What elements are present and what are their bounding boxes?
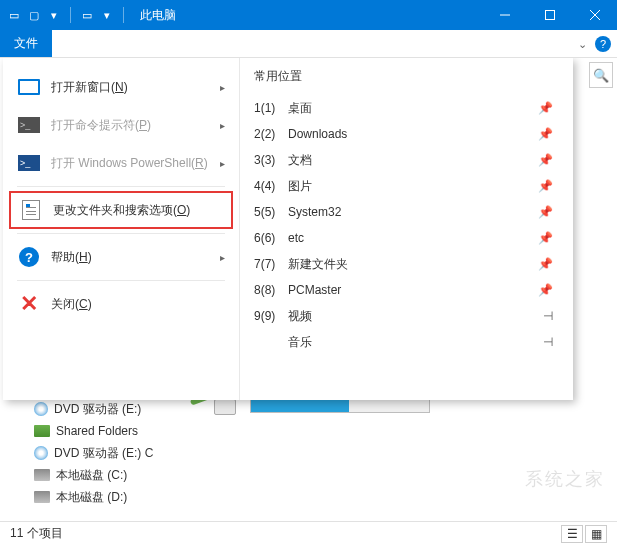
file-menu-left: 打开新窗口(N)▸>_打开命令提示符(P)▸>_打开 Windows Power… <box>3 58 239 400</box>
disk-icon <box>34 469 50 481</box>
minimize-button[interactable] <box>482 0 527 30</box>
frequent-item[interactable]: 5(5)System32📌 <box>254 199 559 225</box>
menu-item-label: 打开新窗口(N) <box>51 79 128 96</box>
menu-item-window[interactable]: 打开新窗口(N)▸ <box>9 68 233 106</box>
separator <box>123 7 124 23</box>
frequent-item[interactable]: 8(8)PCMaster📌 <box>254 277 559 303</box>
frequent-num: 9(9) <box>254 309 288 323</box>
chevron-right-icon: ▸ <box>220 120 225 131</box>
frequent-item[interactable]: 1(1)桌面📌 <box>254 95 559 121</box>
frequent-item[interactable]: 2(2)Downloads📌 <box>254 121 559 147</box>
options-icon <box>19 200 43 220</box>
dropdown-icon[interactable]: ▾ <box>99 7 115 23</box>
frequent-label: etc <box>288 231 304 245</box>
file-menu-right: 常用位置 1(1)桌面📌2(2)Downloads📌3(3)文档📌4(4)图片📌… <box>239 58 573 400</box>
watermark: 系统之家 <box>525 467 605 491</box>
frequent-label: 桌面 <box>288 100 312 117</box>
maximize-button[interactable] <box>527 0 572 30</box>
svg-rect-1 <box>545 11 554 20</box>
help-icon[interactable]: ? <box>595 36 611 52</box>
pin-icon[interactable]: 📌 <box>538 205 553 219</box>
content-area: 🔍 打开新窗口(N)▸>_打开命令提示符(P)▸>_打开 Windows Pow… <box>0 58 617 521</box>
properties-icon[interactable]: ▢ <box>26 7 42 23</box>
window-controls <box>482 0 617 30</box>
tree-label: DVD 驱动器 (E:) <box>54 401 141 418</box>
pin-icon[interactable]: 📌 <box>538 257 553 271</box>
details-view-button[interactable]: ☰ <box>561 525 583 543</box>
frequent-item[interactable]: 3(3)文档📌 <box>254 147 559 173</box>
menu-item-label: 关闭(C) <box>51 296 92 313</box>
chevron-right-icon: ▸ <box>220 252 225 263</box>
sf-icon <box>34 425 50 437</box>
dvd-icon <box>34 446 48 460</box>
pin-icon[interactable]: 📌 <box>538 231 553 245</box>
quick-access-toolbar: ▭ ▢ ▾ ▭ ▾ <box>0 7 134 23</box>
search-icon: 🔍 <box>593 68 609 83</box>
frequent-label: 图片 <box>288 178 312 195</box>
folder-icon: ▭ <box>6 7 22 23</box>
window-icon <box>17 77 41 97</box>
computer-icon: ▭ <box>79 7 95 23</box>
dvd-icon <box>34 402 48 416</box>
frequent-num: 8(8) <box>254 283 288 297</box>
pin-icon[interactable]: 📌 <box>538 101 553 115</box>
tree-item[interactable]: 本地磁盘 (D:) <box>0 486 170 508</box>
pin-icon[interactable]: 📌 <box>538 179 553 193</box>
tree-item[interactable]: DVD 驱动器 (E:) <box>0 398 170 420</box>
drive-usage-bar <box>250 399 430 413</box>
file-tab[interactable]: 文件 <box>0 30 52 57</box>
tree-item[interactable]: Shared Folders <box>0 420 170 442</box>
tree-label: DVD 驱动器 (E:) C <box>54 445 153 462</box>
frequent-label: System32 <box>288 205 341 219</box>
menu-item-label: 打开命令提示符(P) <box>51 117 151 134</box>
pin-icon[interactable]: 📌 <box>538 153 553 167</box>
title-bar: ▭ ▢ ▾ ▭ ▾ 此电脑 <box>0 0 617 30</box>
frequent-label: 新建文件夹 <box>288 256 348 273</box>
frequent-label: PCMaster <box>288 283 341 297</box>
pin-icon[interactable]: ⊣ <box>543 335 553 349</box>
frequent-num: 1(1) <box>254 101 288 115</box>
tree-label: 本地磁盘 (D:) <box>56 489 127 506</box>
frequent-num: 6(6) <box>254 231 288 245</box>
ribbon-tabs: 文件 ⌄ ? <box>0 30 617 58</box>
tree-label: 本地磁盘 (C:) <box>56 467 127 484</box>
disk-icon <box>34 491 50 503</box>
pin-icon[interactable]: 📌 <box>538 283 553 297</box>
tree-item[interactable]: DVD 驱动器 (E:) C <box>0 442 170 464</box>
file-menu: 打开新窗口(N)▸>_打开命令提示符(P)▸>_打开 Windows Power… <box>3 58 573 400</box>
menu-item-label: 打开 Windows PowerShell(R) <box>51 155 208 172</box>
chevron-right-icon: ▸ <box>220 82 225 93</box>
pin-icon[interactable]: 📌 <box>538 127 553 141</box>
frequent-item[interactable]: 音乐⊣ <box>254 329 559 355</box>
menu-item-label: 帮助(H) <box>51 249 92 266</box>
window-title: 此电脑 <box>140 7 176 24</box>
frequent-num: 3(3) <box>254 153 288 167</box>
frequent-item[interactable]: 9(9)视频⊣ <box>254 303 559 329</box>
cmd-icon: >_ <box>17 115 41 135</box>
separator <box>70 7 71 23</box>
frequent-header: 常用位置 <box>254 68 559 85</box>
tree-item[interactable]: 本地磁盘 (C:) <box>0 464 170 486</box>
item-count: 11 个项目 <box>10 525 63 542</box>
frequent-label: 视频 <box>288 308 312 325</box>
help-icon: ? <box>17 247 41 267</box>
icons-view-button[interactable]: ▦ <box>585 525 607 543</box>
frequent-num: 7(7) <box>254 257 288 271</box>
menu-item-options[interactable]: 更改文件夹和搜索选项(O) <box>9 191 233 229</box>
view-buttons: ☰ ▦ <box>561 525 607 543</box>
frequent-item[interactable]: 6(6)etc📌 <box>254 225 559 251</box>
menu-item-close[interactable]: ✕关闭(C) <box>9 285 233 323</box>
menu-item-help[interactable]: ?帮助(H)▸ <box>9 238 233 276</box>
pin-icon[interactable]: ⊣ <box>543 309 553 323</box>
search-input[interactable]: 🔍 <box>589 62 613 88</box>
tree-label: Shared Folders <box>56 424 138 438</box>
dropdown-icon[interactable]: ▾ <box>46 7 62 23</box>
chevron-down-icon[interactable]: ⌄ <box>578 38 587 51</box>
ps-icon: >_ <box>17 153 41 173</box>
close-button[interactable] <box>572 0 617 30</box>
frequent-item[interactable]: 4(4)图片📌 <box>254 173 559 199</box>
chevron-right-icon: ▸ <box>220 158 225 169</box>
close-icon: ✕ <box>17 294 41 314</box>
frequent-num: 2(2) <box>254 127 288 141</box>
frequent-item[interactable]: 7(7)新建文件夹📌 <box>254 251 559 277</box>
